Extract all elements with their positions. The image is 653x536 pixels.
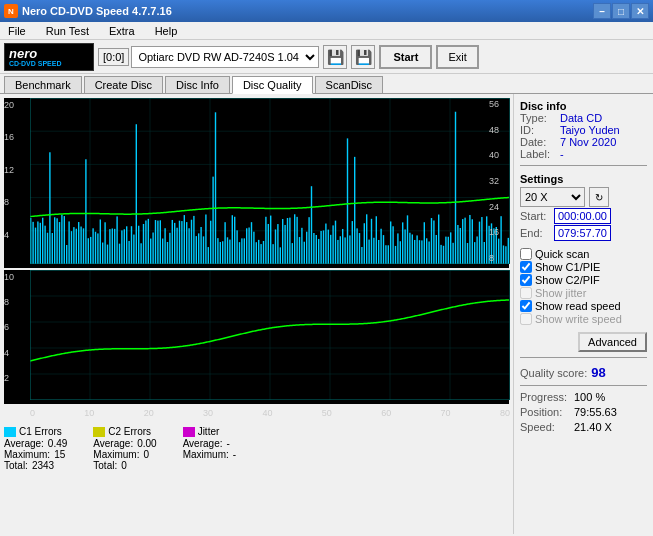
- divider-3: [520, 385, 647, 386]
- disc-icon-button[interactable]: 💾: [323, 45, 347, 69]
- start-label: Start:: [520, 210, 550, 222]
- checkbox-read-speed: Show read speed: [520, 300, 647, 312]
- drive-dropdown[interactable]: Optiarc DVD RW AD-7240S 1.04: [131, 46, 319, 68]
- jitter-avg-value: -: [226, 438, 229, 449]
- tab-scan-disc[interactable]: ScanDisc: [315, 76, 383, 93]
- c1-total-value: 2343: [32, 460, 54, 471]
- x-axis-labels: 01020304050607080: [30, 408, 510, 418]
- c1pie-label: Show C1/PIE: [535, 261, 600, 273]
- toolbar: nero CD·DVD SPEED [0:0] Optiarc DVD RW A…: [0, 40, 653, 74]
- date-label: Date:: [520, 136, 556, 148]
- write-speed-label: Show write speed: [535, 313, 622, 325]
- id-label: ID:: [520, 124, 556, 136]
- c2-color-box: [93, 427, 105, 437]
- quality-score-row: Quality score: 98: [520, 365, 647, 380]
- read-speed-label: Show read speed: [535, 300, 621, 312]
- menu-extra[interactable]: Extra: [105, 24, 139, 38]
- checkbox-c2pif: Show C2/PIF: [520, 274, 647, 286]
- menu-help[interactable]: Help: [151, 24, 182, 38]
- legend-jitter: Jitter Average: - Maximum: -: [183, 426, 236, 471]
- quick-scan-checkbox[interactable]: [520, 248, 532, 260]
- checkbox-jitter: Show jitter: [520, 287, 647, 299]
- legend-c2: C2 Errors Average: 0.00 Maximum: 0 Total…: [93, 426, 156, 471]
- c2-max-label: Maximum:: [93, 449, 139, 460]
- speed-label: Speed:: [520, 421, 570, 433]
- c2-total-value: 0: [121, 460, 127, 471]
- maximize-button[interactable]: □: [612, 3, 630, 19]
- c2-total-label: Total:: [93, 460, 117, 471]
- read-speed-checkbox[interactable]: [520, 300, 532, 312]
- id-value: Taiyo Yuden: [560, 124, 620, 136]
- menu-run-test[interactable]: Run Test: [42, 24, 93, 38]
- window-controls: – □ ✕: [593, 3, 649, 19]
- jitter-checkbox: [520, 287, 532, 299]
- c1-label: C1 Errors: [19, 426, 62, 437]
- c2-avg-label: Average:: [93, 438, 133, 449]
- tab-benchmark[interactable]: Benchmark: [4, 76, 82, 93]
- position-label: Position:: [520, 406, 570, 418]
- top-y-axis: 20161284: [4, 98, 28, 264]
- legend: C1 Errors Average: 0.49 Maximum: 15 Tota…: [2, 422, 511, 473]
- tab-create-disc[interactable]: Create Disc: [84, 76, 163, 93]
- tab-disc-quality[interactable]: Disc Quality: [232, 76, 313, 94]
- title-bar: N Nero CD-DVD Speed 4.7.7.16 – □ ✕: [0, 0, 653, 22]
- c1pie-checkbox[interactable]: [520, 261, 532, 273]
- progress-label: Progress:: [520, 391, 570, 403]
- position-row: Position: 79:55.63: [520, 406, 647, 418]
- speed-dropdown[interactable]: 20 X: [520, 187, 585, 207]
- c2-label: C2 Errors: [108, 426, 151, 437]
- menu-file[interactable]: File: [4, 24, 30, 38]
- disc-date-row: Date: 7 Nov 2020: [520, 136, 647, 148]
- disc-id-row: ID: Taiyo Yuden: [520, 124, 647, 136]
- nero-brand: nero: [9, 47, 37, 60]
- disc-label-row: Label: -: [520, 148, 647, 160]
- start-value: 000:00.00: [554, 208, 611, 224]
- end-time-row: End: 079:57.70: [520, 225, 647, 241]
- jitter-max-label: Maximum:: [183, 449, 229, 460]
- tab-bar: Benchmark Create Disc Disc Info Disc Qua…: [0, 74, 653, 94]
- disc-info-section: Disc info Type: Data CD ID: Taiyo Yuden …: [520, 98, 647, 160]
- type-value: Data CD: [560, 112, 602, 124]
- c1-color-box: [4, 427, 16, 437]
- close-button[interactable]: ✕: [631, 3, 649, 19]
- quality-label: Quality score:: [520, 367, 587, 379]
- disc-info-title: Disc info: [520, 100, 647, 112]
- position-value: 79:55.63: [574, 406, 617, 418]
- jitter-label: Jitter: [198, 426, 220, 437]
- exit-button[interactable]: Exit: [436, 45, 478, 69]
- jitter-color-box: [183, 427, 195, 437]
- start-time-row: Start: 000:00.00: [520, 208, 647, 224]
- legend-c1: C1 Errors Average: 0.49 Maximum: 15 Tota…: [4, 426, 67, 471]
- menu-bar: File Run Test Extra Help: [0, 22, 653, 40]
- nero-logo: nero CD·DVD SPEED: [4, 43, 94, 71]
- nero-product: CD·DVD SPEED: [9, 60, 62, 67]
- minimize-button[interactable]: –: [593, 3, 611, 19]
- drive-index: [0:0]: [98, 48, 129, 66]
- c2-max-value: 0: [143, 449, 149, 460]
- jitter-max-value: -: [233, 449, 236, 460]
- advanced-button[interactable]: Advanced: [578, 332, 647, 352]
- save-icon-button[interactable]: 💾: [351, 45, 375, 69]
- tab-disc-info[interactable]: Disc Info: [165, 76, 230, 93]
- start-button[interactable]: Start: [379, 45, 432, 69]
- c2pif-checkbox[interactable]: [520, 274, 532, 286]
- top-y-right-axis: 5648403224168: [489, 98, 509, 264]
- refresh-icon-button[interactable]: ↻: [589, 187, 609, 207]
- c2-avg-value: 0.00: [137, 438, 156, 449]
- c2pif-label: Show C2/PIF: [535, 274, 600, 286]
- disc-type-row: Type: Data CD: [520, 112, 647, 124]
- checkbox-quick-scan: Quick scan: [520, 248, 647, 260]
- speed-value: 21.40 X: [574, 421, 612, 433]
- main-content: 20161284 5648403224168 108642 0102030405…: [0, 94, 653, 534]
- right-panel: Disc info Type: Data CD ID: Taiyo Yuden …: [513, 94, 653, 534]
- checkbox-write-speed: Show write speed: [520, 313, 647, 325]
- checkbox-c1pie: Show C1/PIE: [520, 261, 647, 273]
- divider-1: [520, 165, 647, 166]
- checkboxes-section: Quick scan Show C1/PIE Show C2/PIF Show …: [520, 247, 647, 325]
- drive-selector: [0:0] Optiarc DVD RW AD-7240S 1.04: [98, 46, 319, 68]
- c1-max-value: 15: [54, 449, 65, 460]
- bottom-y-axis: 108642: [4, 270, 28, 400]
- c1-avg-value: 0.49: [48, 438, 67, 449]
- disc-label-lbl: Label:: [520, 148, 556, 160]
- app-icon: N: [4, 4, 18, 18]
